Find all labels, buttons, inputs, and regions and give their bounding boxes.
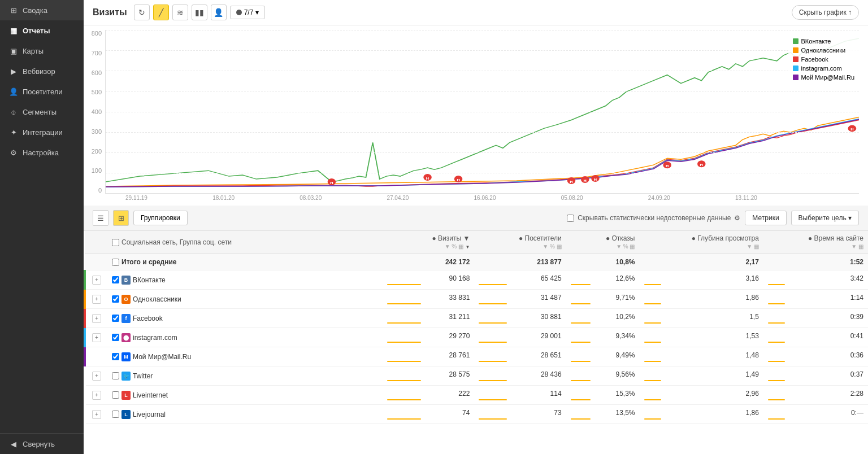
gear-icon: ⚙ <box>9 148 18 157</box>
play-icon: ▶ <box>9 67 18 76</box>
row-bounces: 10,2% <box>566 309 640 328</box>
expand-button[interactable]: + <box>92 295 101 304</box>
refresh-button[interactable]: ↻ <box>134 5 150 20</box>
row-name: Twitter <box>133 372 153 380</box>
period-selector[interactable]: 7/7 ▾ <box>230 6 266 19</box>
total-checkbox[interactable] <box>112 259 119 266</box>
sidebar-item-webvisor[interactable]: ▶ Вебвизор <box>0 61 84 81</box>
y-axis: 800 700 600 500 400 300 200 100 0 <box>88 30 105 194</box>
th-bounces[interactable]: ● Отказы ▼ % ▦ <box>566 231 640 254</box>
line-chart-button[interactable]: ╱ <box>153 5 169 20</box>
row-depth: 3,16 <box>640 270 763 290</box>
hide-chart-button[interactable]: Скрыть график ↑ <box>792 5 859 20</box>
sidebar-item-summary[interactable]: ⊞ Сводка <box>0 0 84 20</box>
main-content: Визиты ↻ ╱ ≋ ▮▮ 👤 7/7 ▾ Скрыть график ↑ … <box>84 0 868 454</box>
sidebar-label-integrations: Интеграции <box>23 128 63 137</box>
legend-mailru: Мой Мир@Mail.Ru <box>793 74 854 81</box>
settings-icon[interactable]: ⚙ <box>734 214 740 222</box>
sidebar-item-integrations[interactable]: ✦ Интеграции <box>0 122 84 142</box>
total-visits: 242 172 <box>383 254 474 270</box>
expand-cell: + <box>85 328 107 347</box>
row-checkbox[interactable] <box>112 353 119 360</box>
area-chart-button[interactable]: ≋ <box>172 5 188 20</box>
bar-chart-button[interactable]: ▮▮ <box>192 5 207 20</box>
total-time: 1:52 <box>763 254 868 270</box>
expand-button[interactable]: + <box>92 333 101 342</box>
sidebar-label-segments: Сегменты <box>23 108 57 116</box>
th-visitors[interactable]: ● Посетители ▼ % ▦ <box>474 231 566 254</box>
total-row: Итого и средние 242 172 213 877 10,8% 2,… <box>85 254 868 270</box>
table-row: + О Одноклассники 33 831 31 487 9,71% 1,… <box>85 290 868 309</box>
row-visits: 31 211 <box>383 309 474 328</box>
sidebar-item-visitors[interactable]: 👤 Посетители <box>0 81 84 102</box>
row-checkbox[interactable] <box>112 372 119 379</box>
table-row: + В ВКонтакте 90 168 65 425 12,6% 3,16 3… <box>85 270 868 290</box>
sidebar-item-segments[interactable]: ⌽ Сегменты <box>0 102 84 122</box>
groupings-button[interactable]: Группировки <box>133 211 188 225</box>
th-visits[interactable]: ● Визиты ▼ ▼ % ▦ <box>383 231 474 254</box>
th-depth[interactable]: ● Глубина просмотра ▼ ▦ <box>640 231 763 254</box>
row-time: 2:28 <box>763 386 868 405</box>
data-table: Социальная сеть, Группа соц. сети ● Визи… <box>84 231 868 454</box>
table-row: + L Liveinternet 222 114 15,3% 2,96 2:28 <box>85 386 868 405</box>
th-name-label: Социальная сеть, Группа соц. сети <box>121 238 232 246</box>
metrics-button[interactable]: Метрики <box>745 211 786 225</box>
row-bounces: 12,6% <box>566 270 640 290</box>
goal-label: Выберите цель <box>798 214 847 222</box>
expand-button[interactable]: + <box>92 391 101 400</box>
row-checkbox[interactable] <box>112 334 119 341</box>
legend-odnoklassniki: Одноклассники <box>793 47 854 54</box>
row-time: 3:42 <box>763 270 868 290</box>
row-checkbox[interactable] <box>112 391 119 399</box>
row-bounces: 15,3% <box>566 386 640 405</box>
list-view-button[interactable]: ☰ <box>93 210 108 226</box>
expand-button[interactable]: + <box>92 372 101 381</box>
goal-selector[interactable]: Выберите цель ▾ <box>791 211 859 225</box>
row-bounces: 9,34% <box>566 328 640 347</box>
th-name: Социальная сеть, Группа соц. сети <box>107 231 383 254</box>
select-all-checkbox[interactable] <box>112 239 119 246</box>
sidebar: ⊞ Сводка ▦ Отчеты ▣ Карты ▶ Вебвизор 👤 П… <box>0 0 84 454</box>
row-checkbox[interactable] <box>112 276 119 283</box>
row-visitors: 29 001 <box>474 328 566 347</box>
table-view-button[interactable]: 👤 <box>211 5 227 20</box>
chart-area: н н н н н н н н <box>105 30 859 194</box>
chart-container: 800 700 600 500 400 300 200 100 0 <box>84 25 868 206</box>
person-icon: 👤 <box>9 87 18 96</box>
expand-cell: + <box>85 366 107 386</box>
expand-button[interactable]: + <box>92 410 101 419</box>
row-name-cell: f Facebook <box>107 309 383 328</box>
grid-view-button[interactable]: ⊞ <box>113 210 129 226</box>
grid-icon: ⊞ <box>9 6 18 15</box>
svg-text:н: н <box>583 178 587 183</box>
row-depth: 2,96 <box>640 386 763 405</box>
row-name: Одноклассники <box>133 295 181 303</box>
total-visitors: 213 877 <box>474 254 566 270</box>
expand-cell: + <box>85 386 107 405</box>
chevron-down-icon: ▾ <box>255 8 259 16</box>
svg-text:н: н <box>594 177 597 182</box>
row-name-cell: В ВКонтакте <box>107 270 383 290</box>
stats-table: Социальная сеть, Группа соц. сети ● Визи… <box>84 231 868 424</box>
row-checkbox[interactable] <box>112 295 119 303</box>
row-depth: 1,5 <box>640 309 763 328</box>
row-visits: 222 <box>383 386 474 405</box>
table-header-row: Социальная сеть, Группа соц. сети ● Визи… <box>85 231 868 254</box>
sidebar-collapse[interactable]: ◀ Свернуть <box>0 434 84 454</box>
hide-chart-label: Скрыть график ↑ <box>799 8 852 16</box>
sidebar-item-maps[interactable]: ▣ Карты <box>0 41 84 61</box>
legend-facebook: Facebook <box>793 56 854 63</box>
expand-button[interactable]: + <box>92 276 101 285</box>
expand-button[interactable]: + <box>92 314 101 323</box>
row-visitors: 31 487 <box>474 290 566 309</box>
chevron-down-icon: ▾ <box>848 214 852 222</box>
row-checkbox[interactable] <box>112 315 119 322</box>
row-name-cell: М Мой Мир@Mail.Ru <box>107 347 383 366</box>
hide-unreliable-checkbox[interactable] <box>567 215 574 222</box>
sidebar-item-settings[interactable]: ⚙ Настройка <box>0 142 84 163</box>
th-time[interactable]: ● Время на сайте ▼ ▦ <box>763 231 868 254</box>
row-name-cell: L Liveinternet <box>107 386 383 405</box>
table-row: + 🐦 Twitter 28 575 28 436 9,56% 1,49 0:3… <box>85 366 868 386</box>
row-checkbox[interactable] <box>112 411 119 418</box>
sidebar-item-reports[interactable]: ▦ Отчеты <box>0 20 84 41</box>
